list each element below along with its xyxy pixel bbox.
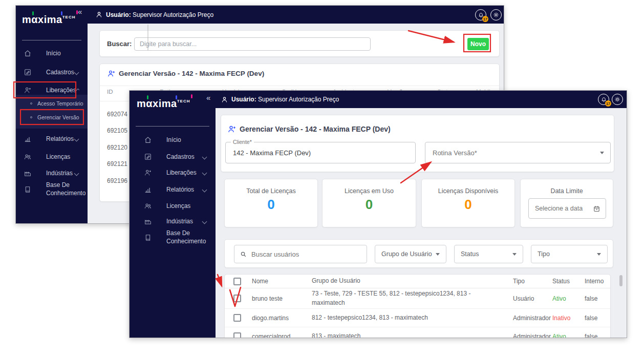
sidebar-item-label: Início (46, 50, 61, 57)
cliente-field[interactable]: Cliente* 142 - Maxima FECP (Dev) (225, 142, 416, 163)
sidebar-item-liberacoes[interactable]: Liberações (130, 164, 216, 181)
sidebar-collapse-button[interactable]: « (78, 7, 82, 16)
date-input[interactable]: Selecione a data (528, 198, 606, 219)
sidebar-subitem-gerenciar-versao[interactable]: Gerenciar Versão (16, 111, 88, 124)
chevron-down-icon (202, 170, 207, 175)
user-search-box[interactable] (234, 245, 367, 263)
column-header-status: Status (552, 278, 585, 285)
group-filter-select[interactable]: Grupo de Usuário (375, 245, 446, 263)
type-filter-select[interactable]: Tipo (531, 245, 608, 263)
select-all-checkbox[interactable] (233, 278, 241, 285)
cell-tipo: Usuário (513, 295, 552, 302)
sidebar-item-label: Início (166, 136, 181, 143)
rotina-versao-select[interactable]: Rotina Versão* (425, 142, 611, 163)
sidebar-item-label: Cadastros (46, 69, 74, 76)
status-filter-select[interactable]: Status (454, 245, 523, 263)
home-icon (24, 49, 39, 57)
divider (100, 86, 499, 86)
table-row[interactable]: comercialprod 813 - maximatech Administr… (225, 327, 610, 338)
logo-text: mαxima (137, 98, 177, 109)
sidebar-item-inicio[interactable]: Início (16, 45, 88, 62)
cell-nome: bruno teste (252, 295, 312, 302)
table-scrollbar-thumb[interactable] (619, 275, 622, 286)
cell-grupo: 813 - maximatech (312, 332, 513, 338)
sidebar-item-base-conhecimento[interactable]: Base De Conhecimento (16, 178, 88, 201)
cell-tipo: Administrador (513, 333, 552, 338)
sidebar-item-label: Liberações (46, 87, 76, 94)
table-row-id: 692121 (107, 160, 127, 167)
notifications-button[interactable]: 17 (598, 94, 609, 105)
column-header-interno: Interno (585, 278, 610, 285)
new-button[interactable]: Novo (467, 38, 489, 50)
bullet-icon (30, 102, 32, 104)
sidebar-item-cadastros[interactable]: Cadastros (130, 148, 216, 165)
cell-nome: diogo.martins (252, 315, 312, 322)
sidebar-item-label: Relatórios (46, 135, 74, 142)
panel-title-row: Gerenciar Versão - 142 - Maxima FECP (De… (227, 124, 391, 134)
calendar-icon[interactable] (593, 205, 600, 213)
bar-chart-icon (24, 135, 39, 143)
chevron-down-icon (74, 171, 79, 176)
logged-user-text: Usuário: Supervisor Autorização Preço (231, 96, 339, 103)
maxima-tech-logo: mαximaTECH (22, 14, 75, 26)
sidebar-item-licencas[interactable]: Licenças (130, 197, 216, 215)
notification-badge: 17 (605, 100, 611, 107)
sidebar-item-inicio[interactable]: Início (130, 131, 216, 149)
search-input[interactable] (134, 37, 371, 51)
user-name: Supervisor Autorização Preço (133, 11, 213, 18)
logo-tick-green (32, 11, 34, 15)
column-header-id: ID (107, 89, 113, 95)
stat-label: Total de Licenças (225, 187, 317, 195)
settings-button[interactable] (612, 94, 623, 105)
stat-card-disponiveis: Licenças Disponíveis 0 (421, 179, 515, 227)
row-checkbox[interactable] (233, 332, 241, 338)
cell-nome: comercialprod (252, 333, 312, 338)
date-limit-label: Data Limite (521, 187, 613, 195)
sidebar-subitem-acesso-temporario[interactable]: Acesso Temporário (16, 97, 88, 110)
user-label: Usuário: (106, 11, 131, 18)
sidebar-item-cadastros[interactable]: Cadastros (16, 64, 88, 81)
form-card: Gerenciar Versão - 142 - Maxima FECP (De… (221, 115, 614, 172)
date-limit-card: Data Limite Selecione a data (520, 179, 613, 227)
stat-card-total: Total de Licenças 0 (224, 179, 318, 227)
screenshot-canvas: Usuário: Supervisor Autorização Preço 17… (0, 0, 644, 356)
person-add-icon (107, 69, 116, 78)
cell-tipo: Administrador (513, 315, 552, 322)
gear-icon (492, 11, 500, 18)
table-row[interactable]: diogo.martins 812 - testepepsico1234, 81… (225, 309, 610, 327)
row-checkbox[interactable] (233, 295, 241, 302)
chevron-down-icon (202, 187, 207, 192)
sidebar-item-base-conhecimento[interactable]: Base De Conhecimento (130, 226, 216, 249)
person-add-icon (144, 169, 159, 177)
subitem-label: Acesso Temporário (37, 100, 83, 107)
liberacoes-submenu: Acesso Temporário Gerenciar Versão (16, 95, 88, 129)
notification-badge: 17 (482, 16, 488, 22)
chevron-down-icon (202, 219, 207, 224)
book-icon (24, 185, 39, 194)
chevron-down-icon (74, 136, 79, 141)
row-checkbox[interactable] (233, 314, 241, 322)
panel-title: Gerenciar Versão - 142 - Maxima FECP (De… (240, 125, 391, 133)
notifications-button[interactable]: 17 (475, 9, 486, 20)
cell-interno: false (585, 295, 610, 302)
panel-title-row: Gerenciar Versão - 142 - Maxima FECP (De… (107, 69, 264, 78)
sidebar-item-relatorios[interactable]: Relatórios (130, 181, 216, 198)
table-row-id: 692196 (107, 177, 127, 184)
stat-card-em-uso: Licenças em Uso 0 (322, 179, 416, 227)
sidebar-item-relatorios[interactable]: Relatórios (16, 130, 88, 148)
sidebar-collapse-button[interactable]: « (206, 93, 210, 102)
sidebar-item-licencas[interactable]: Licenças (16, 148, 88, 165)
user-label: Usuário: (231, 96, 256, 103)
user-search-input[interactable] (251, 250, 354, 258)
cell-status: Ativo (552, 295, 585, 302)
status-filter-label: Status (461, 250, 479, 258)
table-row[interactable]: bruno teste 73 - Teste, 729 - TESTE 55, … (225, 288, 610, 309)
settings-button[interactable] (490, 9, 502, 20)
search-card: Buscar: Novo (99, 30, 500, 57)
subitem-label: Gerenciar Versão (37, 114, 79, 120)
stat-label: Licenças em Uso (323, 187, 416, 195)
person-add-icon (24, 86, 39, 94)
cell-grupo: 73 - Teste, 729 - TESTE 55, 812 - testep… (312, 289, 513, 307)
person-add-icon (227, 124, 237, 134)
user-icon (221, 96, 228, 103)
